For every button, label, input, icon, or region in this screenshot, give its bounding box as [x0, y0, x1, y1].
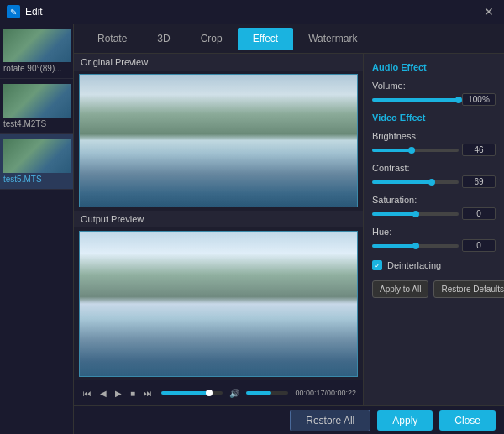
sidebar-item-2[interactable]: test5.MTS: [0, 134, 73, 190]
stop-button[interactable]: ■: [128, 387, 138, 400]
hue-row: Hue:: [372, 227, 496, 252]
title-bar: ✎ Edit ✕: [0, 0, 504, 24]
contrast-spinbox[interactable]: [462, 175, 496, 188]
content-area: Rotate 3D Crop Effect Watermark Original…: [74, 24, 504, 434]
volume-row: Volume:: [372, 81, 496, 106]
output-video-preview: [79, 231, 358, 377]
original-video-preview: [79, 74, 358, 207]
brightness-label: Brightness:: [372, 131, 496, 141]
contrast-fill-bar: [372, 180, 432, 184]
app-icon: ✎: [7, 5, 20, 18]
tabs-bar: Rotate 3D Crop Effect Watermark: [74, 24, 504, 54]
sidebar-thumb-0: [3, 29, 71, 62]
progress-bar[interactable]: [161, 391, 223, 395]
contrast-label: Contrast:: [372, 163, 496, 173]
saturation-fill-bar: [372, 212, 416, 216]
tab-watermark[interactable]: Watermark: [293, 28, 372, 50]
hue-thumb[interactable]: [412, 243, 419, 249]
checkmark-icon: ✓: [375, 262, 381, 269]
contrast-thumb[interactable]: [428, 179, 435, 186]
bottom-bar: Restore All Apply Close: [74, 405, 504, 434]
volume-spinbox[interactable]: [462, 93, 496, 106]
volume-bar[interactable]: [246, 391, 288, 395]
brightness-spinbox[interactable]: [462, 144, 496, 156]
playback-controls: ⏮ ◀ ▶ ■ ⏭ 🔊 00:00:17/00:00:22: [74, 380, 363, 405]
time-display: 00:00:17/00:00:22: [295, 389, 356, 397]
contrast-row: Contrast:: [372, 163, 496, 188]
step-back-button[interactable]: ◀: [97, 387, 109, 400]
volume-fill-bar: [372, 98, 459, 102]
progress-thumb[interactable]: [206, 390, 213, 396]
volume-label: Volume:: [372, 81, 496, 91]
sidebar-thumb-1: [3, 84, 71, 118]
volume-icon[interactable]: 🔊: [229, 389, 239, 398]
sidebar-item-1[interactable]: test4.M2TS: [0, 79, 73, 134]
hue-slider[interactable]: [372, 244, 459, 248]
close-button[interactable]: Close: [439, 410, 496, 431]
close-window-button[interactable]: ✕: [480, 3, 497, 20]
brightness-row: Brightness:: [372, 131, 496, 156]
effects-panel: Audio Effect Volume: Video Effect Bright…: [363, 54, 504, 405]
apply-to-all-button[interactable]: Apply to All: [372, 280, 428, 298]
volume-thumb[interactable]: [455, 97, 462, 103]
brightness-slider[interactable]: [372, 149, 459, 152]
apply-button[interactable]: Apply: [377, 410, 433, 431]
brightness-slider-row: [372, 144, 496, 156]
tab-effect[interactable]: Effect: [238, 28, 293, 50]
audio-section-title: Audio Effect: [372, 62, 496, 72]
sidebar-thumb-img-2: [3, 139, 71, 173]
saturation-row: Saturation:: [372, 195, 496, 220]
sidebar-label-1: test4.M2TS: [3, 119, 46, 128]
hue-label: Hue:: [372, 227, 496, 237]
preview-area: Original Preview Output Preview ⏮ ◀ ▶ ■ …: [74, 54, 363, 405]
saturation-label: Saturation:: [372, 195, 496, 205]
apply-buttons-group: Apply to All Restore Defaults: [372, 280, 496, 298]
sidebar-label-0: rotate 90°(89)...: [3, 64, 62, 73]
original-video-bg: [80, 75, 357, 207]
restore-all-button[interactable]: Restore All: [290, 410, 370, 431]
saturation-thumb[interactable]: [412, 211, 419, 217]
tab-3d[interactable]: 3D: [142, 28, 185, 50]
sidebar-thumb-2: [3, 139, 71, 173]
volume-slider-row: [372, 93, 496, 106]
deinterlacing-checkbox[interactable]: ✓: [372, 260, 382, 270]
saturation-slider-row: [372, 207, 496, 220]
sidebar-thumb-img-0: [3, 29, 71, 62]
hue-fill-bar: [372, 244, 416, 248]
panels: Original Preview Output Preview ⏮ ◀ ▶ ■ …: [74, 54, 504, 405]
sidebar-label-2: test5.MTS: [3, 175, 42, 184]
hue-spinbox[interactable]: [462, 239, 496, 252]
main-container: rotate 90°(89)... test4.M2TS test5.MTS R…: [0, 24, 504, 434]
hue-slider-row: [372, 239, 496, 252]
play-button[interactable]: ▶: [113, 387, 124, 400]
saturation-spinbox[interactable]: [462, 207, 496, 220]
sidebar-item-0[interactable]: rotate 90°(89)...: [0, 24, 73, 79]
sidebar-thumb-img-1: [3, 84, 71, 118]
volume-fill: [246, 391, 271, 395]
video-section-title: Video Effect: [372, 112, 496, 123]
contrast-slider-row: [372, 175, 496, 188]
restore-defaults-button[interactable]: Restore Defaults: [433, 280, 504, 298]
skip-start-button[interactable]: ⏮: [81, 387, 94, 400]
contrast-slider[interactable]: [372, 180, 459, 184]
sidebar: rotate 90°(89)... test4.M2TS test5.MTS: [0, 24, 74, 434]
saturation-slider[interactable]: [372, 212, 459, 216]
title-text: Edit: [25, 6, 480, 18]
original-preview-label: Original Preview: [74, 54, 363, 71]
brightness-thumb[interactable]: [408, 147, 415, 154]
deinterlacing-row: ✓ Deinterlacing: [372, 260, 496, 270]
skip-end-button[interactable]: ⏭: [141, 387, 155, 400]
tab-crop[interactable]: Crop: [186, 28, 238, 50]
tab-rotate[interactable]: Rotate: [82, 28, 142, 50]
brightness-fill-bar: [372, 149, 412, 152]
output-video-bg: [80, 232, 357, 376]
volume-slider[interactable]: [372, 98, 459, 102]
output-preview-label: Output Preview: [74, 211, 363, 227]
progress-fill: [161, 391, 208, 395]
deinterlacing-label: Deinterlacing: [387, 260, 441, 270]
